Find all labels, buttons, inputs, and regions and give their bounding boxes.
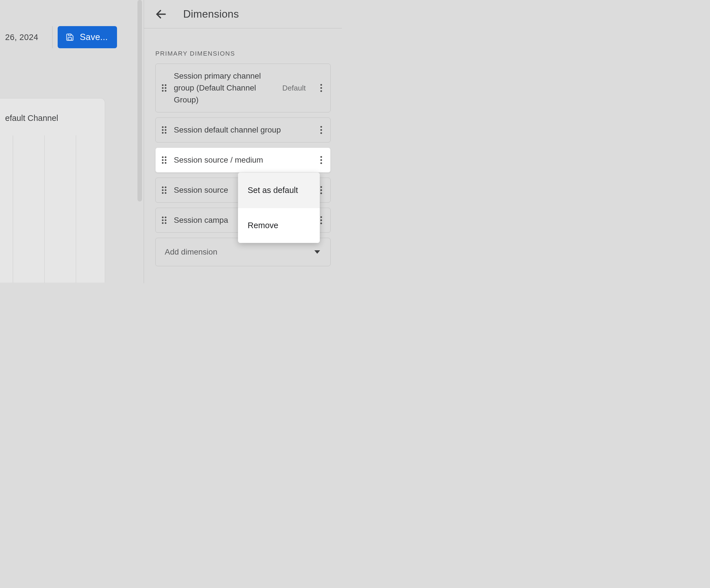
svg-rect-1 <box>68 34 71 36</box>
date-range-end: 26, 2024 <box>0 33 38 42</box>
save-button[interactable]: Save... <box>58 26 117 48</box>
left-pane: 26, 2024 Save... efault Channel <box>0 0 134 283</box>
more-options-button[interactable] <box>316 82 326 94</box>
scrollbar[interactable] <box>138 0 142 201</box>
card-title-fragment: efault Channel <box>0 114 58 123</box>
drag-handle-icon[interactable] <box>162 84 168 92</box>
more-options-button[interactable] <box>316 124 326 136</box>
dimension-label: Session primary channel group (Default C… <box>174 70 276 106</box>
more-options-button[interactable] <box>316 154 326 166</box>
menu-item-label: Remove <box>247 221 278 230</box>
chart-gridlines <box>13 136 76 283</box>
drag-handle-icon[interactable] <box>162 156 168 164</box>
context-menu: Set as default Remove <box>238 173 320 243</box>
dimension-label: Session default channel group <box>174 124 314 136</box>
report-card-fragment: efault Channel <box>0 98 105 283</box>
menu-item-set-default[interactable]: Set as default <box>238 173 320 208</box>
dimension-item[interactable]: Session primary channel group (Default C… <box>155 64 331 113</box>
svg-rect-0 <box>68 38 72 40</box>
dimension-item[interactable]: Session default channel group <box>155 118 331 143</box>
drag-handle-icon[interactable] <box>162 187 168 194</box>
panel-title: Dimensions <box>183 8 239 20</box>
menu-item-label: Set as default <box>247 186 298 195</box>
default-badge: Default <box>282 84 306 93</box>
caret-down-icon <box>314 250 320 254</box>
save-button-label: Save... <box>80 32 108 42</box>
back-button[interactable] <box>154 7 168 21</box>
dimension-item[interactable]: Session source / medium <box>155 148 331 173</box>
date-save-row: 26, 2024 Save... <box>0 26 134 48</box>
menu-item-remove[interactable]: Remove <box>238 208 320 243</box>
drag-handle-icon[interactable] <box>162 126 168 134</box>
drag-handle-icon[interactable] <box>162 217 168 224</box>
section-label: Primary Dimensions <box>155 50 235 57</box>
save-icon <box>66 33 74 42</box>
dimension-label: Session source / medium <box>174 154 314 166</box>
arrow-left-icon <box>155 8 167 20</box>
panel-header: Dimensions <box>144 0 342 28</box>
add-dimension-label: Add dimension <box>165 247 217 256</box>
